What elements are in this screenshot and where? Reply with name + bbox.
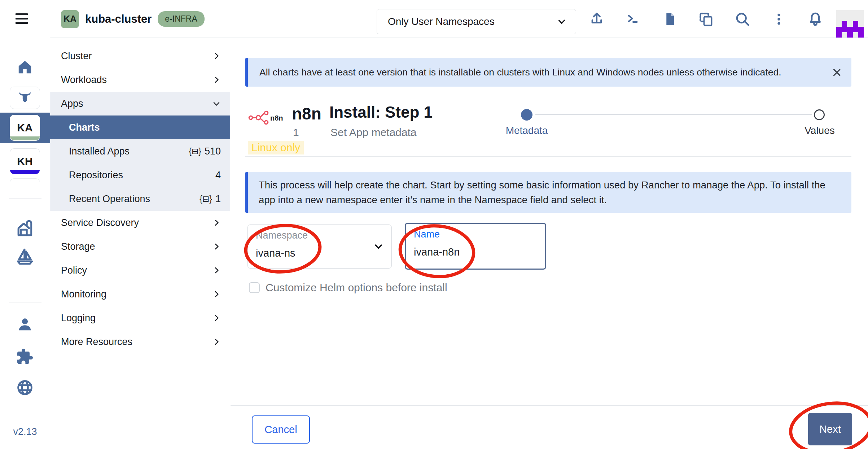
- cluster-shortcut-kh[interactable]: KH: [10, 148, 40, 174]
- sidebar-item-installed-apps[interactable]: Installed Apps {⊟}510: [50, 139, 230, 163]
- chevron-right-icon: [212, 266, 221, 275]
- fleet-boat-icon[interactable]: [16, 247, 34, 266]
- chevron-down-icon: [556, 16, 567, 27]
- namespace-select[interactable]: Namespace * ivana-ns: [247, 224, 392, 269]
- resource-count-icon: {⊟}: [189, 147, 201, 156]
- top-bar-actions: [589, 0, 823, 38]
- sidebar-item-policy[interactable]: Policy: [50, 258, 230, 282]
- upload-icon[interactable]: [589, 11, 605, 27]
- cancel-button[interactable]: Cancel: [252, 415, 310, 444]
- sidebar-item-label: Installed Apps: [69, 146, 130, 157]
- file-icon[interactable]: [662, 11, 678, 27]
- name-input[interactable]: Name ivana-n8n: [405, 223, 546, 270]
- sidebar-item-label: Workloads: [61, 74, 107, 86]
- rail-divider: [9, 198, 41, 199]
- footer-divider: [231, 405, 868, 406]
- top-bar: KA kuba-cluster e-INFRA Only User Namesp…: [50, 0, 868, 38]
- sidebar-nav: Cluster Workloads Apps Charts Installed …: [50, 38, 230, 449]
- chevron-right-icon: [212, 242, 221, 251]
- globe-icon[interactable]: [16, 378, 34, 397]
- n8n-logo: n8n: [248, 109, 288, 126]
- sidebar-item-label: Apps: [61, 98, 83, 109]
- step-values-ring[interactable]: [814, 109, 825, 120]
- linux-only-badge: Linux only: [248, 141, 304, 154]
- notification-bell-icon[interactable]: [807, 11, 823, 27]
- sidebar-item-label: More Resources: [61, 336, 132, 348]
- chevron-down-icon: [373, 241, 384, 252]
- sidebar-item-cluster[interactable]: Cluster: [50, 44, 230, 68]
- cluster-color-strip: [10, 170, 40, 174]
- charts-info-banner: All charts have at least one version tha…: [245, 58, 851, 87]
- rancher-version[interactable]: v2.13: [0, 426, 50, 437]
- chevron-down-icon: [212, 99, 221, 108]
- sidebar-item-storage[interactable]: Storage: [50, 235, 230, 258]
- sidebar-item-more-resources[interactable]: More Resources: [50, 330, 230, 354]
- cluster-color-strip: [10, 136, 40, 140]
- customize-helm-checkbox[interactable]: [249, 282, 260, 293]
- sidebar-item-monitoring[interactable]: Monitoring: [50, 282, 230, 306]
- search-icon[interactable]: [735, 11, 750, 27]
- home-icon[interactable]: [16, 58, 34, 77]
- chevron-right-icon: [212, 218, 221, 227]
- kubectl-shell-icon[interactable]: [625, 11, 641, 27]
- wizard-subtitle: Set App metadata: [330, 126, 417, 139]
- required-mark: *: [311, 230, 315, 241]
- cluster-initials: KA: [17, 122, 32, 134]
- step-label-metadata[interactable]: Metadata: [494, 125, 559, 136]
- item-count: 1: [215, 193, 221, 205]
- item-count: 510: [205, 146, 221, 157]
- sidebar-item-recent-operations[interactable]: Recent Operations {⊟}1: [50, 187, 230, 211]
- harvester-icon[interactable]: [16, 219, 34, 237]
- sidebar-item-apps[interactable]: Apps: [50, 92, 230, 115]
- sidebar-item-label: Logging: [61, 313, 96, 324]
- banner-text: All charts have at least one version tha…: [259, 67, 781, 78]
- left-rail: KA KH v2.13: [0, 0, 50, 449]
- customize-helm-row: Customize Helm options before install: [249, 282, 447, 294]
- cluster-badge: e-INFRA: [158, 11, 204, 27]
- name-label: Name: [414, 229, 440, 240]
- user-icon[interactable]: [16, 315, 34, 334]
- namespace-filter-dropdown[interactable]: Only User Namespaces: [377, 9, 576, 34]
- process-info-banner: This process will help create the chart.…: [245, 172, 851, 213]
- resource-count-icon: {⊟}: [200, 194, 212, 204]
- chart-name: n8n: [292, 104, 321, 123]
- chevron-right-icon: [212, 314, 221, 322]
- kebab-menu-icon[interactable]: [771, 11, 787, 27]
- sidebar-item-label: Storage: [61, 241, 95, 252]
- cluster-initials: KH: [17, 155, 32, 167]
- step-metadata-dot[interactable]: [521, 109, 532, 121]
- extensions-puzzle-icon[interactable]: [16, 347, 34, 366]
- sidebar-item-label: Cluster: [61, 51, 92, 62]
- close-icon[interactable]: [831, 67, 842, 78]
- sidebar-item-charts[interactable]: Charts: [50, 115, 230, 139]
- step-label-values[interactable]: Values: [787, 125, 852, 136]
- chevron-right-icon: [212, 52, 221, 60]
- main-content: All charts have at least one version tha…: [231, 38, 868, 449]
- name-value: ivana-n8n: [414, 246, 460, 258]
- cluster-shortcut-ka[interactable]: KA: [10, 115, 40, 141]
- sidebar-item-label: Monitoring: [61, 289, 106, 300]
- stepper-line: [535, 114, 812, 115]
- sidebar-item-workloads[interactable]: Workloads: [50, 68, 230, 92]
- user-avatar-identicon[interactable]: [836, 10, 864, 38]
- chevron-right-icon: [212, 290, 221, 298]
- sidebar-item-label: Repositories: [69, 170, 123, 181]
- sidebar-item-label: Recent Operations: [69, 193, 150, 205]
- chart-version: 1: [293, 126, 299, 139]
- next-button[interactable]: Next: [808, 413, 852, 445]
- sidebar-item-logging[interactable]: Logging: [50, 306, 230, 330]
- cluster-manager-icon[interactable]: [10, 87, 40, 109]
- namespace-filter-value: Only User Namespaces: [388, 16, 495, 27]
- cluster-avatar: KA: [61, 10, 79, 28]
- chevron-right-icon: [212, 75, 221, 84]
- sidebar-item-label: Charts: [69, 122, 100, 133]
- menu-toggle-icon[interactable]: [16, 13, 28, 25]
- section-divider: [245, 156, 851, 157]
- rail-divider: [9, 302, 41, 302]
- cluster-header: KA kuba-cluster e-INFRA: [61, 0, 205, 38]
- customize-helm-label: Customize Helm options before install: [266, 282, 447, 294]
- sidebar-item-service-discovery[interactable]: Service Discovery: [50, 211, 230, 235]
- snapshot-icon[interactable]: [698, 11, 714, 27]
- n8n-logo-text: n8n: [270, 114, 283, 122]
- sidebar-item-repositories[interactable]: Repositories 4: [50, 163, 230, 187]
